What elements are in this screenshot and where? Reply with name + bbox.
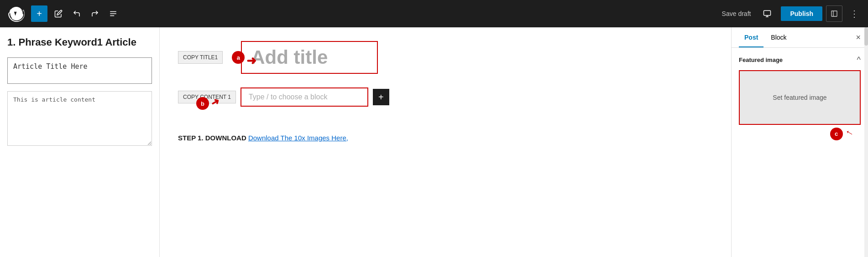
article-heading: 1. Phrase Keyword1 Article: [7, 36, 152, 48]
add-block-button[interactable]: +: [31, 5, 47, 22]
wp-logo: [5, 0, 27, 27]
toolbar-right: Save draft Publish ⋮: [717, 5, 863, 22]
undo-button[interactable]: [68, 5, 85, 22]
add-title-field[interactable]: Add title: [241, 41, 378, 74]
publish-button[interactable]: Publish: [781, 6, 822, 21]
add-title-text: Add title: [251, 46, 328, 68]
tab-post[interactable]: Post: [739, 27, 763, 47]
center-editor: COPY TITLE1 a ➜ Add title COPY CONTENT 1…: [160, 27, 731, 257]
svg-rect-6: [831, 11, 837, 16]
set-featured-image-label: Set featured image: [773, 94, 826, 101]
tab-block[interactable]: Block: [765, 27, 792, 47]
redo-button[interactable]: [87, 5, 103, 22]
main-layout: 1. Phrase Keyword1 Article COPY TITLE1 a…: [0, 27, 868, 257]
fullscreen-button[interactable]: [826, 5, 842, 22]
block-chooser-field[interactable]: Type / to choose a block: [241, 87, 368, 107]
sidebar-content: Featured image ^ Set featured image c ↑: [732, 48, 868, 257]
left-panel: 1. Phrase Keyword1 Article: [0, 27, 160, 257]
content-input[interactable]: [7, 91, 152, 146]
right-sidebar: Post Block × Featured image ^ Set featur…: [731, 27, 868, 257]
toolbar: + Save draft: [0, 0, 868, 27]
svg-rect-3: [764, 10, 771, 15]
annotation-a-arrow: ➜: [246, 54, 256, 68]
featured-image-label: Featured image: [739, 57, 783, 63]
edit-icon-button[interactable]: [50, 5, 67, 22]
step-link[interactable]: Download The 10x Images Here,: [248, 134, 348, 142]
more-options-button[interactable]: ⋮: [846, 5, 863, 22]
sidebar-close-button[interactable]: ×: [856, 33, 861, 42]
block-chooser-placeholder: Type / to choose a block: [249, 93, 328, 101]
add-block-inline-button[interactable]: +: [373, 89, 389, 105]
preview-button[interactable]: [759, 5, 775, 22]
featured-image-section-header: Featured image ^: [739, 55, 861, 65]
featured-image-toggle[interactable]: ^: [857, 55, 861, 65]
annotation-c-circle: c: [830, 128, 843, 140]
annotation-b-circle: b: [196, 97, 209, 110]
copy-title-button[interactable]: COPY TITLE1: [178, 51, 223, 64]
title-input[interactable]: [7, 57, 152, 84]
step-text: STEP 1. DOWNLOAD Download The 10x Images…: [178, 134, 713, 142]
featured-image-button[interactable]: Set featured image: [739, 70, 861, 125]
editor-title-area: COPY TITLE1 a ➜ Add title: [178, 41, 713, 74]
document-overview-button[interactable]: [105, 5, 121, 22]
featured-image-container: Set featured image c ↑: [739, 70, 861, 140]
save-draft-button[interactable]: Save draft: [717, 7, 756, 20]
step-label: STEP 1. DOWNLOAD: [178, 134, 246, 142]
sidebar-tabs: Post Block ×: [732, 27, 868, 48]
